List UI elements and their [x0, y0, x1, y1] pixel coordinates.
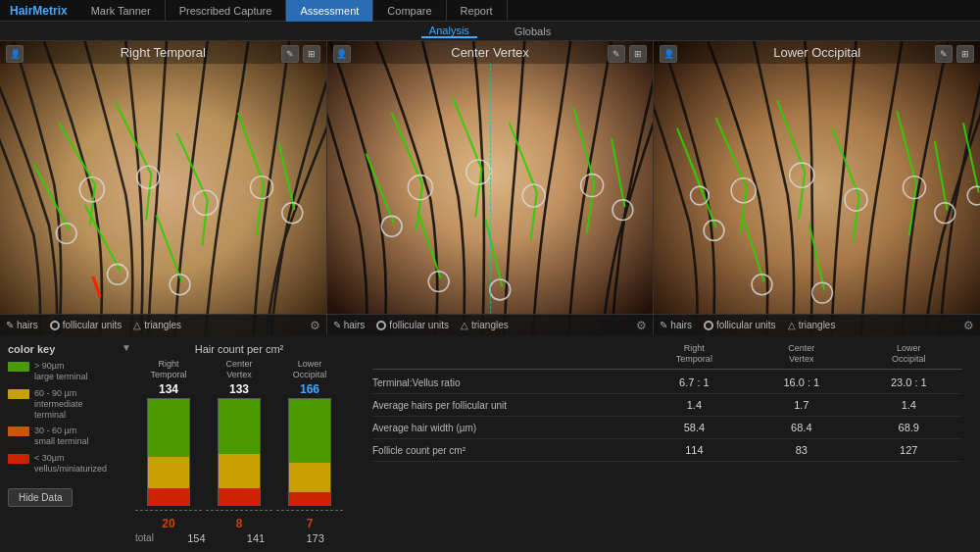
- avatar-icon-lo[interactable]: 👤: [660, 45, 677, 63]
- avatar-icon[interactable]: 👤: [6, 45, 24, 63]
- chart-title-text: Hair count per cm²: [195, 343, 283, 355]
- triangles-label-lo: triangles: [799, 320, 836, 330]
- stats-label-ah: Average hairs per follicular unit: [372, 400, 641, 411]
- triangles-label-cv: triangles: [471, 320, 509, 330]
- grid-icon-lo[interactable]: ⊞: [956, 45, 974, 63]
- nav-prescribed-capture[interactable]: Prescribed Capture: [166, 0, 287, 22]
- nav-mark-tanner[interactable]: Mark Tanner: [77, 0, 166, 22]
- panel-icons-lo: ✎ ⊞: [935, 45, 974, 63]
- panel-center-vertex: Center Vertex 👤 ✎ ⊞: [327, 41, 655, 335]
- edit-icon-cv[interactable]: ✎: [608, 45, 625, 63]
- edit-icon-rt[interactable]: ✎: [281, 45, 299, 63]
- triangles-toggle-lo[interactable]: △ triangles: [788, 320, 836, 330]
- follicular-toggle-cv[interactable]: follicular units: [376, 320, 449, 330]
- follicular-toggle-rt[interactable]: follicular units: [50, 320, 122, 330]
- stats-label-fc: Follicle count per cm²: [372, 445, 641, 456]
- triangles-toggle-cv[interactable]: △ triangles: [461, 320, 509, 330]
- stats-cell-aw-rt: 58.4: [641, 422, 748, 433]
- panel-bottom-cv: ✎ hairs follicular units △ triangles ⚙: [327, 314, 654, 335]
- panel-right-temporal: Right Temporal 👤 ✎ ⊞: [0, 41, 327, 335]
- stats-row-follicle-count: Follicle count per cm² 114 83 127: [372, 439, 962, 462]
- panel-lower-occipital: Lower Occipital 👤 ✎ ⊞: [654, 41, 980, 335]
- stats-cell-fc-rt: 114: [641, 444, 748, 456]
- stacked-bar-lo: [288, 398, 331, 506]
- logo-accent: Hair: [10, 4, 32, 18]
- settings-lo[interactable]: ⚙: [963, 319, 974, 332]
- panel-title-lower-occipital: Lower Occipital: [654, 41, 980, 64]
- sub-nav-globals[interactable]: Globals: [507, 25, 559, 37]
- color-key: color key > 90µmlarge terminal 60 - 90 µ…: [8, 343, 116, 544]
- chart-total-lo: 173: [287, 532, 343, 544]
- panel-title-right-temporal: Right Temporal: [0, 41, 326, 64]
- follicular-dot-cv: [376, 321, 386, 330]
- bar-top-value-cv: 133: [229, 382, 249, 396]
- bar-col-rt: 134 20: [135, 382, 202, 530]
- panel-title-center-vertex: Center Vertex: [327, 41, 654, 64]
- settings-rt[interactable]: ⚙: [310, 319, 320, 332]
- nav-compare[interactable]: Compare: [373, 0, 446, 22]
- stats-col-header-lo: LowerOccipital: [856, 343, 962, 365]
- chart-area: ▼ Hair count per cm² RightTemporal Cente…: [131, 343, 347, 544]
- chart-total-rt: 154: [169, 532, 224, 544]
- settings-icon-lo: ⚙: [963, 319, 974, 332]
- stats-cell-ah-cv: 1.7: [748, 399, 855, 411]
- ck-label-intermediate: 60 - 90 µmintermediate terminal: [34, 388, 116, 420]
- chart-dropdown-icon[interactable]: ▼: [122, 342, 131, 353]
- panel-icons-right-temporal: ✎ ⊞: [281, 45, 320, 63]
- stats-row-terminal-vellus: Terminal:Vellus ratio 6.7 : 1 16.0 : 1 2…: [372, 372, 962, 394]
- settings-cv[interactable]: ⚙: [636, 319, 647, 332]
- settings-icon-rt: ⚙: [310, 319, 320, 332]
- bar-top-value-rt: 134: [159, 382, 178, 396]
- triangles-toggle-rt[interactable]: △ triangles: [133, 320, 181, 330]
- stats-cell-tv-cv: 16.0 : 1: [748, 376, 855, 388]
- triangles-label-rt: triangles: [144, 320, 181, 330]
- panel-avatar-center-vertex: 👤: [333, 45, 351, 63]
- bar-bottom-value-rt: 20: [162, 517, 174, 530]
- nav-report[interactable]: Report: [447, 0, 508, 22]
- stats-cell-tv-rt: 6.7 : 1: [641, 376, 748, 388]
- stats-cell-fc-lo: 127: [856, 444, 962, 456]
- panel-bottom-rt: ✎ hairs follicular units △ triangles ⚙: [0, 314, 326, 335]
- ck-label-vellus: < 30µmvellus/miniaturized: [34, 453, 107, 475]
- avatar-icon-cv[interactable]: 👤: [333, 45, 351, 63]
- hairs-label-rt: hairs: [17, 320, 38, 330]
- ck-bar-intermediate: [8, 389, 29, 399]
- chart-total-label: total: [135, 532, 165, 544]
- follicular-toggle-lo[interactable]: follicular units: [704, 320, 776, 330]
- bar-col-cv: 133 8: [206, 382, 272, 530]
- hairs-toggle-lo[interactable]: ✎ hairs: [660, 320, 692, 330]
- sub-nav-analysis[interactable]: Analysis: [421, 25, 477, 38]
- ck-item-small: 30 - 60 µmsmall terminal: [8, 426, 116, 447]
- grid-icon-rt[interactable]: ⊞: [303, 45, 320, 63]
- ck-bar-large: [8, 362, 29, 372]
- top-nav: HairMetrix Mark Tanner Prescribed Captur…: [0, 0, 980, 22]
- hairs-toggle-rt[interactable]: ✎ hairs: [6, 320, 38, 330]
- hairs-icon-cv: ✎: [333, 320, 341, 330]
- stats-cell-tv-lo: 23.0 : 1: [856, 376, 962, 388]
- hairs-toggle-cv[interactable]: ✎ hairs: [333, 320, 366, 330]
- chart-total-cv: 141: [228, 532, 284, 544]
- sub-nav: Analysis Globals: [0, 22, 980, 41]
- grid-icon-cv[interactable]: ⊞: [629, 45, 647, 63]
- hairs-label-cv: hairs: [344, 320, 366, 330]
- stats-cell-ah-rt: 1.4: [641, 399, 748, 411]
- edit-icon-lo[interactable]: ✎: [935, 45, 953, 63]
- panel-bottom-lo: ✎ hairs follicular units △ triangles ⚙: [654, 314, 980, 335]
- bar-green-rt: [148, 399, 189, 457]
- stats-label-tv: Terminal:Vellus ratio: [372, 377, 641, 388]
- bar-bottom-value-lo: 7: [307, 517, 314, 530]
- follicular-label-rt: follicular units: [63, 320, 122, 330]
- scalp-image-lower-occipital: [654, 41, 980, 335]
- stats-empty-header: [372, 343, 641, 365]
- follicular-label-cv: follicular units: [389, 320, 449, 330]
- chart-col-label-cv: CenterVertex: [206, 359, 272, 380]
- logo-suffix: Metrix: [32, 4, 67, 18]
- stats-col-header-rt: RightTemporal: [641, 343, 748, 365]
- nav-assessment[interactable]: Assessment: [286, 0, 373, 22]
- ck-label-small: 30 - 60 µmsmall terminal: [34, 426, 89, 447]
- stacked-bar-rt: [147, 398, 190, 506]
- bar-yellow-rt: [148, 457, 189, 488]
- dashed-separator-rt: [135, 510, 202, 511]
- stats-row-avg-hairs: Average hairs per follicular unit 1.4 1.…: [372, 394, 962, 417]
- hide-data-button[interactable]: Hide Data: [8, 488, 73, 507]
